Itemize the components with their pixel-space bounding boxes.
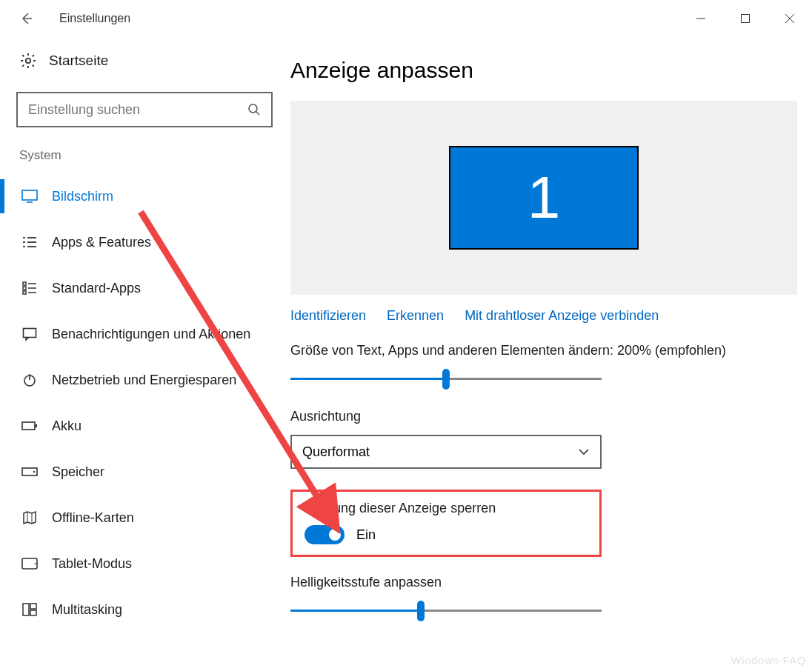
titlebar: Einstellungen xyxy=(0,0,812,37)
svg-rect-33 xyxy=(30,604,36,609)
display-actions: Identifizieren Erkennen Mit drahtloser A… xyxy=(290,308,797,324)
svg-rect-21 xyxy=(24,329,36,338)
svg-point-4 xyxy=(26,59,30,63)
maximize-button[interactable] xyxy=(723,4,768,33)
rotation-lock-toggle[interactable] xyxy=(304,525,345,544)
monitor-number: 1 xyxy=(528,164,561,232)
battery-icon xyxy=(21,421,39,431)
sidebar-item-default-apps[interactable]: Standard-Apps xyxy=(16,265,282,311)
search-input[interactable] xyxy=(28,102,247,118)
svg-rect-15 xyxy=(23,282,26,285)
list-icon xyxy=(21,236,39,249)
orientation-value: Querformat xyxy=(302,444,370,460)
svg-rect-24 xyxy=(22,422,35,430)
sidebar-item-label: Multitasking xyxy=(52,602,122,618)
page-heading: Anzeige anpassen xyxy=(290,58,797,83)
svg-rect-7 xyxy=(22,190,37,200)
sidebar-item-label: Bildschirm xyxy=(52,189,113,204)
chevron-down-icon xyxy=(578,448,590,455)
scale-label: Größe von Text, Apps und anderen Element… xyxy=(290,343,797,358)
sidebar-item-label: Akku xyxy=(52,418,81,434)
identify-link[interactable]: Identifizieren xyxy=(290,308,366,324)
sidebar-item-display[interactable]: Bildschirm xyxy=(16,173,282,219)
svg-line-6 xyxy=(256,112,259,115)
svg-rect-25 xyxy=(36,424,37,427)
slider-thumb[interactable] xyxy=(442,369,450,390)
svg-rect-1 xyxy=(742,15,750,23)
svg-rect-17 xyxy=(23,287,26,290)
search-box[interactable] xyxy=(16,92,273,127)
grid-list-icon xyxy=(21,281,39,295)
maximize-icon xyxy=(740,13,751,24)
slider-fill xyxy=(290,378,446,380)
svg-rect-34 xyxy=(30,610,36,615)
home-label: Startseite xyxy=(49,53,108,69)
brightness-label: Helligkeitsstufe anpassen xyxy=(290,575,797,590)
sidebar-item-tablet[interactable]: Tablet-Modus xyxy=(16,541,282,587)
sidebar-item-label: Tablet-Modus xyxy=(52,556,132,572)
back-button[interactable] xyxy=(13,5,40,32)
minimize-button[interactable] xyxy=(679,4,723,33)
map-icon xyxy=(21,510,39,525)
sidebar-item-label: Apps & Features xyxy=(52,235,151,250)
orientation-label: Ausrichtung xyxy=(290,409,797,424)
section-header: System xyxy=(16,148,282,163)
search-icon xyxy=(247,103,261,116)
storage-icon xyxy=(21,467,39,476)
brightness-slider[interactable] xyxy=(290,601,602,621)
monitor-icon xyxy=(21,189,39,204)
svg-point-27 xyxy=(33,471,35,473)
wireless-link[interactable]: Mit drahtloser Anzeige verbinden xyxy=(465,308,659,324)
sidebar-item-storage[interactable]: Speicher xyxy=(16,449,282,495)
gear-icon xyxy=(19,52,37,70)
minimize-icon xyxy=(696,13,706,24)
display-preview: 1 xyxy=(290,101,797,295)
back-arrow-icon xyxy=(19,11,34,26)
sidebar-item-label: Speicher xyxy=(52,464,104,480)
close-button[interactable] xyxy=(768,4,812,33)
tablet-icon xyxy=(21,558,39,570)
svg-rect-32 xyxy=(23,604,29,615)
sidebar-item-notifications[interactable]: Benachrichtigungen und Aktionen xyxy=(16,311,282,357)
close-icon xyxy=(785,13,795,24)
monitor-1[interactable]: 1 xyxy=(449,146,639,250)
sidebar-item-maps[interactable]: Offline-Karten xyxy=(16,495,282,541)
rotation-lock-label: Drehung dieser Anzeige sperren xyxy=(304,501,588,516)
sidebar-item-battery[interactable]: Akku xyxy=(16,403,282,449)
svg-point-31 xyxy=(35,563,36,564)
sidebar-item-apps[interactable]: Apps & Features xyxy=(16,219,282,265)
message-icon xyxy=(21,327,39,341)
detect-link[interactable]: Erkennen xyxy=(387,308,444,324)
slider-thumb[interactable] xyxy=(417,601,425,621)
scale-slider[interactable] xyxy=(290,369,602,390)
svg-point-5 xyxy=(249,104,257,113)
rotation-lock-toggle-row: Ein xyxy=(304,525,588,544)
watermark: Windows-FAQ xyxy=(731,654,806,667)
sidebar-item-label: Benachrichtigungen und Aktionen xyxy=(52,327,250,342)
main-panel: Anzeige anpassen 1 Identifizieren Erkenn… xyxy=(282,37,812,671)
orientation-select[interactable]: Querformat xyxy=(290,435,602,469)
sidebar-item-multitasking[interactable]: Multitasking xyxy=(16,587,282,632)
rotation-lock-highlight: Drehung dieser Anzeige sperren Ein xyxy=(290,490,602,557)
rotation-lock-state: Ein xyxy=(356,527,376,543)
power-icon xyxy=(21,373,39,387)
sidebar-item-power[interactable]: Netzbetrieb und Energiesparen xyxy=(16,357,282,403)
multitasking-icon xyxy=(21,603,39,616)
svg-rect-19 xyxy=(23,291,26,294)
sidebar-item-label: Standard-Apps xyxy=(52,281,141,296)
sidebar-item-label: Netzbetrieb und Energiesparen xyxy=(52,373,236,388)
slider-fill xyxy=(290,610,421,612)
sidebar: Startseite System Bildschirm Apps & Feat… xyxy=(0,37,282,671)
home-link[interactable]: Startseite xyxy=(16,52,282,70)
window-title: Einstellungen xyxy=(59,12,130,25)
window-controls xyxy=(679,4,812,33)
sidebar-item-label: Offline-Karten xyxy=(52,510,134,526)
